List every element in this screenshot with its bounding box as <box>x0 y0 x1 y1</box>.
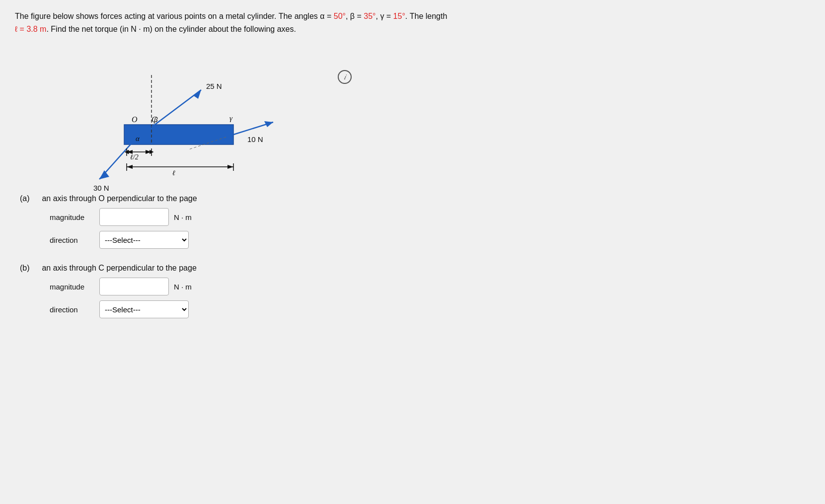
part-b-magnitude-label: magnitude <box>50 283 99 291</box>
beta-value: 35° <box>364 12 375 20</box>
diagram-container: O C α β γ 25 N 30 N 10 N ℓ/2 <box>55 45 303 204</box>
svg-text:γ: γ <box>229 114 233 122</box>
svg-rect-0 <box>124 125 233 144</box>
svg-text:α: α <box>136 135 140 143</box>
svg-text:25 N: 25 N <box>206 82 222 90</box>
part-b-direction-select[interactable]: ---Select--- into the page out of the pa… <box>99 300 189 318</box>
gamma-value: 15° <box>393 12 405 20</box>
part-a-direction-row: direction ---Select--- into the page out… <box>50 231 810 249</box>
part-b-label: (b) an axis through C perpendicular to t… <box>20 264 810 273</box>
questions-section: (a) an axis through O perpendicular to t… <box>20 194 810 318</box>
part-b-block: (b) an axis through C perpendicular to t… <box>20 264 810 318</box>
svg-line-2 <box>151 90 201 127</box>
svg-text:ℓ: ℓ <box>172 169 175 177</box>
problem-text-4: . The length <box>405 12 448 20</box>
part-b-direction-row: direction ---Select--- into the page out… <box>50 300 810 318</box>
problem-text: The figure below shows forces acting at … <box>15 10 462 35</box>
svg-marker-25 <box>127 165 133 169</box>
svg-text:O: O <box>132 115 138 124</box>
part-a-magnitude-label: magnitude <box>50 213 99 221</box>
part-b-direction-label: direction <box>50 305 99 314</box>
part-a-magnitude-input[interactable] <box>99 208 169 226</box>
page: The figure below shows forces acting at … <box>0 0 825 504</box>
problem-text-6: . Find the net torque (in N · m) on the … <box>46 25 296 33</box>
svg-text:β: β <box>153 116 158 124</box>
svg-marker-28 <box>146 150 151 154</box>
svg-marker-5 <box>99 170 109 179</box>
problem-text-2: , β = <box>346 12 364 20</box>
svg-marker-26 <box>227 165 233 169</box>
diagram: O C α β γ 25 N 30 N 10 N ℓ/2 <box>55 45 303 204</box>
part-a-magnitude-row: magnitude N · m <box>50 208 810 226</box>
problem-text-1: The figure below shows forces acting at … <box>15 12 334 20</box>
svg-marker-27 <box>127 150 133 154</box>
part-a-unit: N · m <box>174 213 192 221</box>
problem-text-3: , γ = <box>375 12 393 20</box>
info-icon[interactable]: 𝑖 <box>338 70 352 84</box>
part-a-letter: (a) <box>20 194 40 203</box>
part-b-magnitude-input[interactable] <box>99 278 169 295</box>
ell-label: ℓ = <box>15 25 26 33</box>
part-a-direction-select[interactable]: ---Select--- into the page out of the pa… <box>99 231 189 249</box>
part-b-question: an axis through C perpendicular to the p… <box>42 264 196 272</box>
part-b-letter: (b) <box>20 264 40 273</box>
part-b-unit: N · m <box>174 283 192 291</box>
alpha-value: 50° <box>334 12 346 20</box>
svg-text:ℓ/2: ℓ/2 <box>130 153 139 161</box>
ell-value: 3.8 m <box>26 25 46 33</box>
svg-text:30 N: 30 N <box>93 184 109 192</box>
svg-text:10 N: 10 N <box>247 135 263 144</box>
part-a-direction-label: direction <box>50 236 99 244</box>
part-b-magnitude-row: magnitude N · m <box>50 278 810 295</box>
